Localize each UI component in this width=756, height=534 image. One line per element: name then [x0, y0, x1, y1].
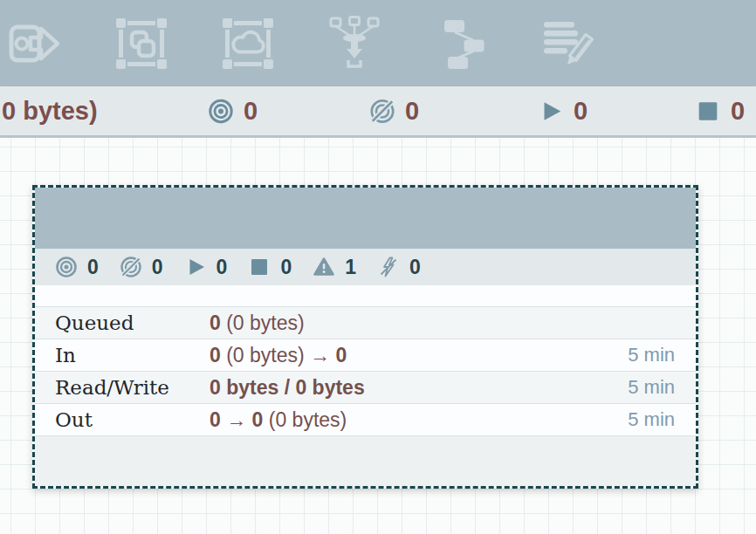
row-value: 0 (0 bytes) → 0	[210, 344, 628, 367]
process-group-footer	[35, 435, 696, 486]
row-value: 0 (0 bytes)	[210, 312, 675, 335]
template-icon	[433, 16, 489, 72]
pg-running-stat: 0	[184, 256, 228, 279]
pg-transmitting-count: 0	[87, 256, 99, 279]
label-tool[interactable]	[540, 16, 595, 72]
not-transmitting-count: 0	[405, 97, 419, 126]
stopped-count: 0	[731, 97, 745, 126]
funnel-icon	[326, 16, 382, 72]
remote-process-group-icon	[220, 16, 276, 72]
pg-spacer	[35, 285, 696, 306]
row-label: Queued	[55, 312, 210, 334]
row-value: 0 → 0 (0 bytes)	[210, 408, 628, 432]
label-icon	[540, 16, 595, 72]
row-time: 5 min	[628, 344, 675, 366]
pg-stopped-stat: 0	[248, 256, 292, 279]
pg-disabled-stat: 0	[377, 256, 421, 279]
pg-disabled-count: 0	[409, 256, 421, 279]
row-time: 5 min	[628, 376, 675, 399]
transmitting-bullseye-icon	[208, 98, 234, 124]
table-row: Queued 0 (0 bytes)	[35, 306, 696, 339]
running-play-icon	[538, 98, 564, 124]
transmitting-bullseye-icon	[55, 256, 78, 278]
not-transmitting-status: 0	[369, 97, 419, 126]
process-group-tool[interactable]	[113, 16, 169, 72]
process-group-icon	[113, 16, 169, 72]
process-group-stats-row: 0 0 0	[35, 249, 696, 285]
row-label: In	[55, 344, 210, 366]
row-label: Read/Write	[55, 376, 210, 399]
pg-invalid-count: 1	[345, 256, 356, 279]
row-time: 5 min	[628, 408, 675, 431]
row-value: 0 bytes / 0 bytes	[210, 376, 628, 400]
not-transmitting-slash-icon	[369, 98, 395, 124]
flow-canvas[interactable]: 0 0 0	[0, 138, 756, 534]
not-transmitting-slash-icon	[120, 256, 142, 278]
transmitting-count: 0	[244, 97, 258, 126]
pg-not-transmitting-count: 0	[152, 256, 163, 279]
pg-running-count: 0	[216, 256, 228, 279]
process-group-stats-table: Queued 0 (0 bytes) In 0 (0 bytes) → 0 5 …	[35, 306, 696, 435]
flow-status-bar: 0 bytes) 0 0 0 0	[0, 86, 756, 138]
stopped-status: 0	[695, 97, 745, 126]
stopped-square-icon	[695, 98, 721, 124]
output-port-icon	[7, 16, 63, 72]
queued-bytes-text: 0 bytes)	[2, 97, 98, 126]
running-count: 0	[574, 97, 588, 126]
pg-stopped-count: 0	[280, 256, 292, 279]
remote-process-group-tool[interactable]	[220, 16, 276, 72]
template-tool[interactable]	[433, 16, 489, 72]
row-label: Out	[55, 408, 210, 431]
funnel-tool[interactable]	[326, 16, 382, 72]
pg-invalid-stat: 1	[313, 256, 356, 279]
process-group-header	[35, 188, 696, 249]
table-row: Out 0 → 0 (0 bytes) 5 min	[35, 403, 696, 435]
warning-triangle-icon	[313, 256, 335, 278]
running-status: 0	[538, 97, 588, 126]
pg-transmitting-stat: 0	[55, 256, 99, 279]
pg-not-transmitting-stat: 0	[120, 256, 163, 279]
output-port-tool[interactable]	[7, 16, 63, 72]
transmitting-status: 0	[208, 97, 258, 126]
component-toolbar	[0, 0, 756, 86]
disabled-bolt-slash-icon	[377, 256, 400, 278]
running-play-icon	[184, 256, 207, 278]
table-row: Read/Write 0 bytes / 0 bytes 5 min	[35, 371, 696, 403]
process-group[interactable]: 0 0 0	[32, 185, 698, 489]
stopped-square-icon	[248, 256, 271, 278]
table-row: In 0 (0 bytes) → 0 5 min	[35, 339, 696, 371]
